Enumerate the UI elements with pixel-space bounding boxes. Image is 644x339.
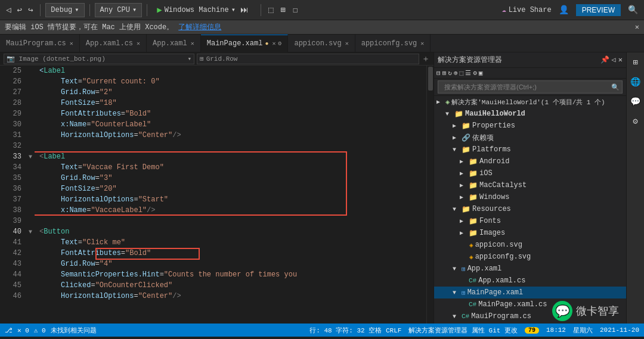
side-icon-1[interactable]: ⊞ [630, 55, 640, 70]
debug-dropdown[interactable]: Debug ▾ [45, 3, 84, 17]
tab-appxamlcs-close[interactable]: ✕ [137, 40, 140, 47]
tab-mauiprogram-close[interactable]: ✕ [70, 40, 73, 47]
undo2-icon[interactable]: ↪ [26, 4, 35, 16]
undo-icon[interactable]: ↩ [14, 4, 24, 16]
se-icon7[interactable]: ⚙ [473, 69, 477, 77]
project-arrow-icon: ▼ [445, 111, 453, 117]
tree-item-images[interactable]: ▶ 📁 Images [434, 227, 626, 239]
cpu-dropdown[interactable]: Any CPU ▾ [95, 3, 143, 17]
platform-label: Windows Machine [165, 6, 229, 14]
tab-appxamlcs-label: App.xaml.cs [86, 39, 133, 48]
tab-appxamlcs[interactable]: App.xaml.cs ✕ [80, 35, 147, 52]
side-icon-4[interactable]: ⚙ [630, 114, 640, 129]
tab-settings-icon[interactable]: ⚙ [278, 40, 281, 47]
breadcrumb-add-icon[interactable]: ＋ [422, 54, 430, 64]
tab-appxaml[interactable]: App.xaml ✕ [147, 35, 201, 52]
info-link[interactable]: 了解详细信息 [178, 22, 221, 32]
android-folder-icon: 📁 [469, 157, 478, 166]
device-icon1[interactable]: ⬚ [266, 4, 275, 16]
tree-item-ios[interactable]: ▶ 📁 iOS [434, 167, 626, 179]
tab-mainpage[interactable]: MainPage.xaml ● ✕ ⚙ [201, 35, 289, 52]
tab-appiconfg[interactable]: appiconfg.svg ✕ [355, 35, 431, 52]
tab-appiconfg-label: appiconfg.svg [361, 39, 417, 48]
tab-appicon-close[interactable]: ✕ [345, 40, 349, 47]
preview-button[interactable]: PREVIEW [576, 4, 621, 16]
maccatalyst-arrow-icon: ▶ [460, 182, 467, 189]
device-icon3[interactable]: ☐ [290, 4, 300, 16]
tree-item-solution[interactable]: ▶ ◈ 解决方案'MauiHelloWorld'(1 个项目/共 1 个) [434, 96, 626, 108]
tree-item-mainpagecs[interactable]: C# MainPage.xaml.cs [434, 298, 626, 310]
tree-item-appxaml[interactable]: ▼ ⊞ App.xaml [434, 263, 626, 275]
info-close-icon[interactable]: ✕ [635, 23, 639, 32]
status-panel-tabs[interactable]: 解决方案资源管理器 属性 Git 更改 [408, 326, 518, 335]
tree-item-mauiprogram-cs[interactable]: ▼ C# MauiProgram.cs [434, 310, 626, 322]
tree-item-properties[interactable]: ▶ 📁 Properties [434, 120, 626, 132]
panel-arrow-icon[interactable]: ◁ [612, 55, 616, 64]
live-share-button[interactable]: ☁ Live Share [501, 5, 551, 14]
code-line-45: Clicked="OnCounterClicked" [39, 280, 426, 291]
se-icon5[interactable]: ⬚ [460, 69, 464, 77]
se-icon8[interactable]: ▣ [479, 69, 483, 77]
mainpagecs-label: MainPage.xaml.cs [478, 300, 547, 309]
solution-icon: ◈ [445, 98, 450, 107]
code-area[interactable]: <Label Text="Current count: 0" Grid.Row=… [35, 66, 426, 324]
tab-mainpage-close[interactable]: ✕ [272, 40, 275, 47]
status-date: 2021-11-20 [600, 326, 639, 334]
pin-icon[interactable]: 📌 [600, 55, 609, 64]
account-icon[interactable]: 👤 [556, 4, 571, 16]
editor-content[interactable]: 25 26 27 28 29 30 31 32 33 34 35 36 37 3… [0, 66, 434, 324]
tree-item-deps[interactable]: ▶ 🔗 依赖项 [434, 132, 626, 144]
tab-appiconfg-close[interactable]: ✕ [420, 40, 424, 47]
tab-mauiprogram[interactable]: MauiProgram.cs ✕ [0, 35, 80, 52]
properties-arrow-icon: ▶ [453, 122, 460, 129]
tab-appxaml-close[interactable]: ✕ [191, 40, 194, 47]
code-line-25: <Label [39, 66, 426, 76]
tree-item-android[interactable]: ▶ 📁 Android [434, 155, 626, 167]
status-error-icon: ✕ 0 [17, 326, 29, 334]
solution-arrow-icon: ▶ [436, 98, 444, 105]
tree-item-appxamlcs[interactable]: C# App.xaml.cs [434, 275, 626, 287]
tree-item-platforms[interactable]: ▼ 📁 Platforms [434, 144, 626, 155]
platform-arrow-icon: ▾ [231, 5, 236, 14]
solution-search-input[interactable] [441, 80, 611, 94]
fold-40-icon[interactable]: ▼ [29, 229, 32, 235]
tree-item-mainpage-xaml[interactable]: ▼ ⊞ MainPage.xaml [434, 287, 626, 298]
side-icon-2[interactable]: 🌐 [628, 74, 643, 89]
tree-item-resources[interactable]: ▼ 📁 Resources [434, 203, 626, 215]
panel-close-icon[interactable]: ✕ [618, 55, 623, 64]
sep2 [89, 4, 90, 16]
image-selector[interactable]: 📷 Image (dotnet_bot.png) ▾ [4, 54, 194, 64]
image-selector-label: 📷 Image (dotnet_bot.png) [7, 55, 106, 63]
tab-appicon[interactable]: appicon.svg ✕ [288, 35, 355, 52]
solution-tree[interactable]: ▶ ◈ 解决方案'MauiHelloWorld'(1 个项目/共 1 个) ▼ … [434, 96, 626, 324]
deps-arrow-icon: ▶ [453, 134, 460, 141]
search-toolbar-icon[interactable]: 🔍 [626, 4, 640, 16]
se-icon3[interactable]: ↻ [448, 69, 452, 77]
tree-item-project[interactable]: ▼ 📁 MauiHelloWorld [434, 108, 626, 120]
info-message: 要编辑 iOS 情节提要，可在 Mac 上使用 Xcode。 [5, 22, 174, 32]
side-icon-3[interactable]: 💬 [628, 94, 643, 109]
tree-item-mauiprogram[interactable]: ◈ MauiProgram [434, 322, 626, 324]
tree-item-appicon-svg[interactable]: ◈ appicon.svg [434, 239, 626, 251]
step-icon[interactable]: ⏭ [238, 4, 251, 16]
code-line-28: FontSize="18" [39, 98, 426, 108]
se-icon1[interactable]: ⊟ [436, 69, 441, 77]
se-icon2[interactable]: ⊞ [442, 69, 447, 77]
code-line-29: FontAttributes="Bold" [39, 108, 426, 119]
device-icon2[interactable]: ⊞ [278, 4, 287, 16]
back-icon[interactable]: ◁ [4, 4, 13, 16]
cpu-label: Any CPU [100, 6, 130, 14]
fold-33-icon[interactable]: ▼ [29, 154, 32, 160]
run-button[interactable]: ▶ Windows Machine ▾ ⏭ [152, 3, 256, 17]
code-line-31: HorizontalOptions="Center" /> [39, 130, 426, 141]
tree-item-fonts[interactable]: ▶ 📁 Fonts [434, 215, 626, 227]
se-icon4[interactable]: ⊕ [454, 69, 458, 77]
tree-item-maccatalyst[interactable]: ▶ 📁 MacCatalyst [434, 179, 626, 191]
ios-folder-icon: 📁 [469, 169, 478, 178]
row-selector[interactable]: ⊞ Grid.Row [197, 54, 419, 64]
tree-item-appiconfg-svg[interactable]: ◈ appiconfg.svg [434, 251, 626, 263]
tree-item-windows[interactable]: ▶ 📁 Windows [434, 191, 626, 203]
scrollbar-thumb[interactable] [428, 67, 433, 91]
se-icon6[interactable]: ☰ [465, 69, 471, 77]
editor-scrollbar[interactable] [426, 66, 434, 324]
